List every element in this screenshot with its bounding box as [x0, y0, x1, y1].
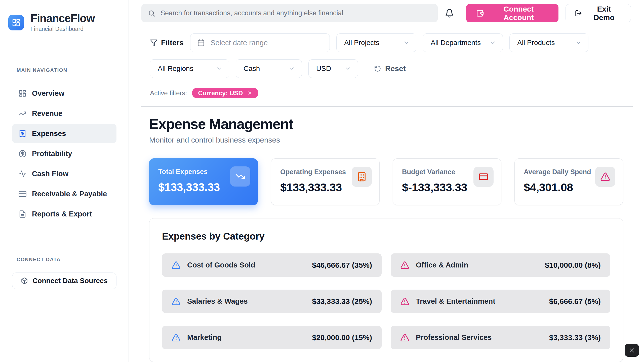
chevron-down-icon: [403, 39, 410, 46]
expenses-by-category-card: Expenses by Category Cost of Goods Sold …: [149, 218, 623, 362]
expenses-by-category-title: Expenses by Category: [162, 231, 610, 242]
reset-filters-button[interactable]: Reset: [374, 64, 406, 73]
alert-triangle-icon: [400, 297, 409, 306]
sidebar-item-revenue[interactable]: Revenue: [12, 104, 116, 123]
projects-dropdown-value: All Projects: [344, 39, 379, 47]
credit-card-icon: [19, 190, 26, 198]
connect-data-sources-label: Connect Data Sources: [32, 277, 108, 285]
sidebar-item-receivable-payable[interactable]: Receivable & Payable: [12, 184, 116, 203]
app-window: FinanceFlow Financial Dashboard MAIN NAV…: [0, 0, 644, 362]
departments-dropdown[interactable]: All Departments: [423, 33, 503, 52]
building-icon: [357, 172, 367, 182]
app-tagline: Financial Dashboard: [30, 26, 95, 32]
sidebar-item-expenses[interactable]: Expenses: [12, 124, 116, 143]
sidebar-item-label: Revenue: [32, 109, 62, 118]
category-name: Marketing: [187, 333, 312, 342]
active-filter-chip-currency[interactable]: Currency: USD: [192, 88, 258, 98]
alert-triangle-icon: [400, 333, 409, 342]
filters-label: Filters: [150, 38, 184, 47]
connect-data-sources-button[interactable]: Connect Data Sources: [12, 273, 116, 289]
sidebar-item-overview[interactable]: Overview: [12, 84, 116, 103]
trending-down-icon: [235, 171, 245, 182]
chevron-down-icon: [490, 39, 496, 46]
category-row-professional-services[interactable]: Professional Services $3,333.33 (3%): [391, 326, 610, 349]
exit-demo-button[interactable]: Exit Demo: [566, 4, 631, 22]
floating-close-button[interactable]: [625, 344, 639, 357]
sidebar-item-reports-export[interactable]: Reports & Export: [12, 204, 116, 223]
sidebar-item-label: Reports & Export: [32, 210, 92, 218]
sidebar-item-label: Receivable & Payable: [32, 190, 107, 198]
connect-account-label: Connect Account: [489, 5, 548, 22]
calendar-icon: [197, 39, 205, 47]
reset-label: Reset: [385, 64, 406, 73]
main-navigation: MAIN NAVIGATION Overview Revenue: [0, 45, 129, 223]
alert-triangle-icon: [400, 261, 409, 270]
category-row-cost-of-goods-sold[interactable]: Cost of Goods Sold $46,666.67 (35%): [162, 253, 382, 277]
funnel-icon: [150, 39, 157, 47]
stat-card-budget-variance[interactable]: Budget Variance $-133,333.33: [393, 158, 501, 205]
products-dropdown[interactable]: All Products: [509, 33, 588, 52]
page-content: Expense Management Monitor and control b…: [129, 107, 644, 362]
dashboard-grid-icon: [12, 18, 20, 27]
cube-icon: [21, 277, 28, 284]
payment-method-dropdown[interactable]: Cash: [236, 59, 302, 78]
category-value: $46,666.67 (35%): [312, 261, 372, 269]
sidebar-item-label: Overview: [32, 89, 64, 98]
page-subtitle: Monitor and control business expenses: [149, 136, 623, 144]
chevron-down-icon: [345, 65, 351, 72]
category-value: $10,000.00 (8%): [545, 261, 601, 269]
stat-card-operating-expenses[interactable]: Operating Expenses $133,333.33: [271, 158, 380, 205]
rotate-ccw-icon: [374, 65, 381, 72]
receipt-icon: [19, 130, 26, 138]
wallet-icon: [476, 9, 484, 17]
active-filters-row: Active filters: Currency: USD: [150, 88, 631, 98]
category-list: Cost of Goods Sold $46,666.67 (35%) Offi…: [162, 253, 610, 349]
stat-cards: Total Expenses $133,333.33 Operating Exp…: [149, 158, 623, 205]
category-row-travel-entertainment[interactable]: Travel & Entertainment $6,666.67 (5%): [391, 290, 610, 313]
notifications-button[interactable]: [445, 9, 454, 18]
file-text-icon: [19, 210, 26, 218]
log-out-icon: [575, 10, 582, 17]
sidebar-item-profitability[interactable]: Profitability: [12, 144, 116, 163]
chip-label: Currency: USD: [198, 89, 243, 97]
projects-dropdown[interactable]: All Projects: [336, 33, 416, 52]
category-name: Cost of Goods Sold: [187, 261, 312, 269]
global-search-input[interactable]: [141, 4, 438, 22]
alert-triangle-icon: [172, 297, 181, 306]
dashboard-grid-icon: [19, 89, 26, 97]
dollar-circle-icon: [19, 150, 26, 158]
search-icon: [148, 10, 155, 17]
alert-triangle-icon: [172, 333, 181, 342]
sidebar-item-label: Cash Flow: [32, 170, 68, 178]
sidebar-item-label: Expenses: [32, 129, 66, 138]
connect-account-button[interactable]: Connect Account: [466, 4, 558, 22]
category-value: $33,333.33 (25%): [312, 297, 372, 306]
page-title: Expense Management: [149, 116, 623, 132]
app-name: FinanceFlow: [30, 13, 95, 24]
nav-section-header: MAIN NAVIGATION: [12, 67, 116, 73]
category-row-salaries-wages[interactable]: Salaries & Wages $33,333.33 (25%): [162, 290, 382, 313]
filters-section: Filters All Projects All Departments: [129, 33, 644, 98]
currency-dropdown[interactable]: USD: [308, 59, 358, 78]
chevron-down-icon: [575, 39, 582, 46]
sidebar-item-label: Profitability: [32, 150, 72, 158]
departments-dropdown-value: All Departments: [431, 39, 481, 47]
stat-card-total-expenses[interactable]: Total Expenses $133,333.33: [149, 158, 258, 205]
app-logo: [8, 15, 24, 30]
x-icon: [629, 347, 635, 354]
category-row-office-admin[interactable]: Office & Admin $10,000.00 (8%): [391, 253, 610, 277]
topbar: Connect Account Exit Demo: [129, 0, 644, 26]
x-icon[interactable]: [247, 90, 252, 96]
regions-dropdown[interactable]: All Regions: [150, 59, 229, 78]
active-filters-label: Active filters:: [150, 89, 187, 97]
stat-icon-box: [230, 166, 250, 187]
main-area: Connect Account Exit Demo Filters: [129, 0, 644, 362]
category-row-marketing[interactable]: Marketing $20,000.00 (15%): [162, 326, 382, 349]
sidebar-item-cash-flow[interactable]: Cash Flow: [12, 164, 116, 183]
stat-card-average-daily-spend[interactable]: Average Daily Spend $4,301.08: [514, 158, 623, 205]
sidebar: FinanceFlow Financial Dashboard MAIN NAV…: [0, 0, 129, 362]
chevron-down-icon: [216, 65, 222, 72]
products-dropdown-value: All Products: [517, 39, 555, 47]
date-range-input[interactable]: [190, 33, 330, 52]
chevron-down-icon: [289, 65, 295, 72]
